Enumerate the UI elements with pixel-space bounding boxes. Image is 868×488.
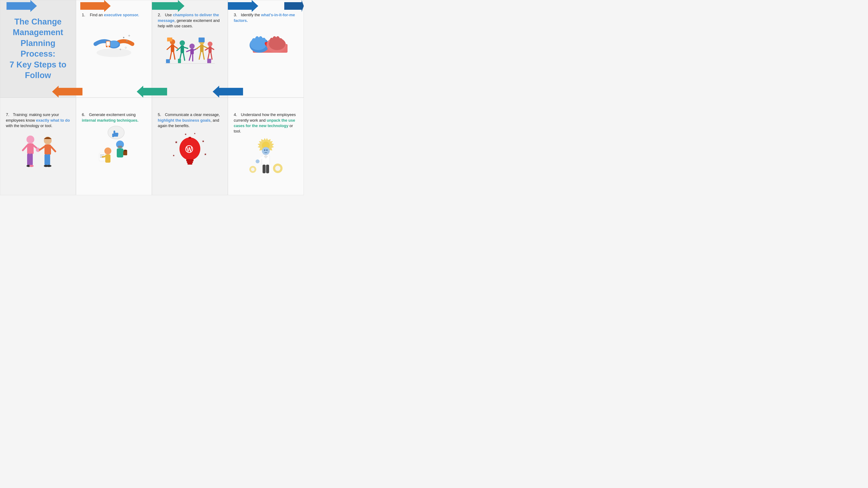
step6-cell: 6. Generate excitement using internal ma… [76, 98, 152, 195]
whatsinit-icon [244, 28, 287, 62]
step3-cell: 3. Identify the what's-in-it-for-me fact… [228, 0, 304, 98]
svg-line-83 [40, 147, 44, 150]
svg-rect-39 [200, 44, 204, 52]
svg-point-93 [104, 148, 111, 155]
svg-line-47 [205, 48, 209, 50]
svg-rect-88 [118, 146, 122, 148]
svg-line-43 [203, 52, 204, 59]
svg-point-82 [46, 165, 52, 167]
svg-line-74 [23, 145, 27, 150]
svg-rect-79 [44, 154, 47, 165]
svg-line-49 [208, 53, 209, 59]
bottom-row: 7. Training: making sure your employees … [0, 98, 304, 195]
bottom-grid: 7. Training: making sure your employees … [0, 98, 304, 195]
step4-text: 4. Understand how the employees currentl… [234, 112, 298, 134]
svg-rect-27 [181, 45, 184, 53]
svg-line-29 [184, 47, 188, 48]
svg-text:★: ★ [194, 132, 196, 135]
svg-text:★: ★ [184, 133, 187, 136]
svg-rect-110 [187, 161, 193, 163]
svg-line-21 [167, 46, 171, 50]
svg-point-14 [123, 37, 124, 38]
svg-text:★: ★ [173, 154, 175, 157]
svg-point-67 [270, 38, 274, 44]
svg-text:+: + [128, 34, 130, 38]
svg-rect-54 [207, 59, 211, 63]
svg-rect-33 [190, 49, 194, 54]
svg-point-8 [97, 48, 131, 57]
step3-illustration [234, 28, 298, 62]
svg-rect-123 [266, 165, 269, 173]
top-grid: The Change Management Planning Process: … [0, 0, 304, 98]
title-cell: The Change Management Planning Process: … [0, 0, 76, 98]
svg-point-85 [108, 126, 124, 139]
svg-rect-78 [44, 144, 51, 155]
svg-rect-71 [30, 154, 33, 165]
svg-rect-46 [209, 46, 212, 53]
main-title: The Change Management Planning Process: … [6, 17, 70, 81]
svg-point-125 [266, 150, 268, 151]
marketing-icon [94, 125, 133, 164]
svg-line-48 [212, 48, 214, 50]
top-row: The Change Management Planning Process: … [0, 0, 304, 98]
svg-point-32 [189, 43, 195, 49]
step1-text: 1. Find an executive sponsor. [82, 12, 146, 18]
svg-text:+: + [119, 47, 121, 51]
svg-rect-109 [186, 159, 193, 161]
svg-line-41 [204, 46, 207, 48]
step3-text: 3. Identify the what's-in-it-for-me fact… [234, 12, 298, 24]
svg-line-50 [211, 53, 212, 59]
step1-cell: 1. Find an executive sponsor. [76, 0, 152, 98]
step7-cell: 7. Training: making sure your employees … [0, 98, 76, 195]
svg-line-24 [174, 52, 175, 59]
step4-illustration [234, 136, 298, 175]
svg-point-124 [264, 150, 266, 151]
lightbulb-icon: ★ ★ ★ ★ ★ ★ Ⓦ [170, 130, 209, 169]
step6-text: 6. Generate excitement using internal ma… [82, 112, 146, 123]
step5-illustration: ★ ★ ★ ★ ★ ★ Ⓦ [158, 130, 222, 169]
svg-point-13 [107, 46, 109, 47]
step2-illustration [158, 31, 222, 70]
svg-text:★: ★ [202, 139, 205, 143]
step5-cell: 5. Communicate a clear message, highligh… [152, 98, 228, 195]
svg-rect-52 [166, 59, 170, 63]
svg-rect-69 [27, 143, 34, 154]
svg-rect-44 [198, 37, 205, 42]
step7-illustration [6, 131, 70, 170]
svg-line-31 [183, 53, 185, 60]
svg-rect-111 [187, 163, 192, 165]
svg-line-99 [103, 156, 105, 157]
step4-cell: 4. Understand how the employees currentl… [228, 98, 304, 195]
svg-point-116 [262, 147, 270, 155]
handshake-icon: + + ◇ [91, 22, 137, 61]
svg-point-15 [126, 40, 128, 41]
svg-rect-20 [171, 44, 174, 52]
svg-line-84 [51, 147, 55, 152]
svg-point-45 [208, 42, 212, 46]
svg-point-115 [275, 166, 280, 171]
svg-rect-80 [47, 154, 50, 165]
svg-line-23 [170, 52, 172, 59]
svg-rect-122 [262, 165, 266, 173]
svg-rect-53 [178, 59, 181, 63]
svg-line-22 [174, 46, 178, 48]
svg-line-34 [187, 50, 190, 52]
svg-rect-94 [105, 155, 111, 163]
svg-point-121 [256, 159, 259, 163]
step2-cell: 2. Use champions to deliver the message,… [152, 0, 228, 98]
svg-text:★: ★ [204, 153, 207, 156]
svg-point-26 [180, 40, 185, 45]
champions-icon [165, 31, 215, 70]
step1-illustration: + + ◇ [82, 22, 146, 61]
svg-rect-12 [106, 41, 110, 46]
engineer-icon [246, 136, 285, 175]
svg-text:◇: ◇ [125, 46, 127, 49]
svg-rect-25 [167, 37, 172, 41]
svg-point-127 [251, 168, 254, 171]
svg-point-68 [27, 135, 34, 143]
step5-text: 5. Communicate a clear message, highligh… [158, 112, 222, 129]
employees-icon [16, 131, 60, 170]
page-container: The Change Management Planning Process: … [0, 0, 304, 195]
svg-line-36 [189, 54, 191, 60]
svg-text:★: ★ [175, 140, 178, 144]
